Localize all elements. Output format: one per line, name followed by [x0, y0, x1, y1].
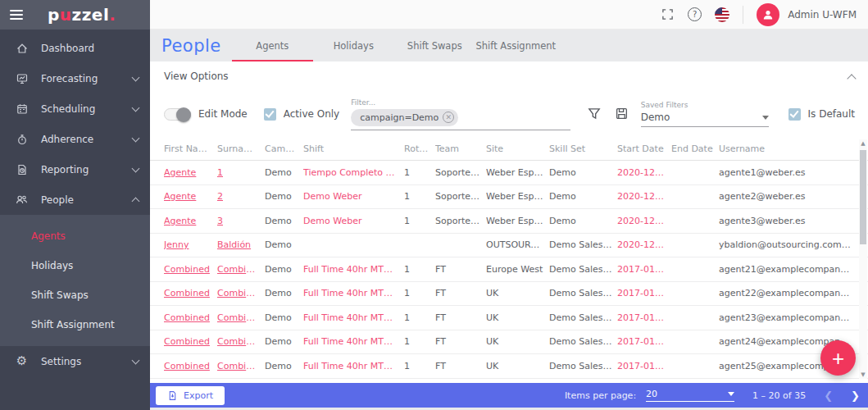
table-body: Agente1DemoTiempo Completo L-D 40hrs1Sop… — [150, 161, 868, 379]
people-submenu: Agents Holidays Shift Swaps Shift Assign… — [0, 215, 150, 346]
table-cell: Demo SalesService — [549, 312, 617, 323]
column-header[interactable]: Site — [486, 144, 549, 154]
column-header[interactable]: End Date — [671, 144, 719, 154]
sidebar-item-label: People — [41, 194, 133, 206]
sidebar-item-holidays[interactable]: Holidays — [0, 251, 150, 280]
sidebar-item-scheduling[interactable]: Scheduling — [0, 93, 150, 124]
sidebar-item-agents[interactable]: Agents — [0, 221, 150, 251]
fullscreen-icon[interactable] — [661, 7, 675, 21]
agent-link[interactable]: Agente — [164, 167, 217, 178]
tab-shift-swaps[interactable]: Shift Swaps — [394, 30, 475, 61]
table-row[interactable]: Agente2DemoDemo Weber1Soporte WeberWeber… — [150, 185, 868, 210]
sidebar-item-people[interactable]: People — [0, 184, 150, 215]
table-row[interactable]: CombinedCombined23DemoFull Time 40hr MTW… — [150, 306, 868, 330]
page-size-select[interactable]: 20 — [646, 389, 734, 402]
app-window: puzzel. Dashboard Forecasting Sched — [0, 0, 868, 410]
agent-link[interactable]: Baldión — [217, 239, 265, 250]
sidebar-item-settings[interactable]: ⚙ Settings — [0, 346, 150, 376]
chip-remove-icon[interactable]: ✕ — [443, 112, 454, 123]
filter-chip: campaign=Demo ✕ — [351, 109, 458, 126]
add-agent-button[interactable]: + — [820, 340, 856, 376]
agent-link[interactable]: Combined — [164, 336, 217, 347]
agent-link[interactable]: Combined23 — [217, 312, 265, 323]
previous-page-icon[interactable]: ❮ — [824, 390, 833, 402]
agent-link[interactable]: Combined24 — [217, 336, 265, 347]
column-header-sorted[interactable]: Surname↑ — [217, 144, 265, 154]
table-cell: Demo — [265, 264, 303, 275]
table-cell: Demo — [265, 288, 303, 298]
scrollbar-thumb[interactable] — [860, 150, 866, 244]
table-cell: Demo SalesService — [549, 361, 617, 371]
language-flag-icon[interactable] — [715, 7, 729, 22]
agent-link[interactable]: Combined — [164, 312, 217, 323]
agent-link[interactable]: Agente — [164, 216, 217, 226]
scroll-down-icon[interactable]: ▼ — [860, 371, 866, 379]
apply-filter-icon[interactable] — [587, 107, 602, 121]
filter-input[interactable]: campaign=Demo ✕ — [351, 109, 570, 130]
scroll-up-icon[interactable]: ▲ — [860, 139, 866, 148]
user-name: Admin U-WFM — [788, 9, 857, 20]
tab-agents[interactable]: Agents — [232, 30, 313, 61]
sidebar-item-forecasting[interactable]: Forecasting — [0, 63, 150, 93]
tab-shift-assignment[interactable]: Shift Assignment — [475, 30, 557, 61]
agent-link[interactable]: Combined22 — [217, 288, 265, 298]
tab-label: Holidays — [334, 40, 374, 52]
is-default-label: Is Default — [808, 108, 855, 120]
agent-link[interactable]: 3 — [217, 216, 265, 226]
active-only-checkbox[interactable] — [264, 108, 276, 121]
column-header[interactable]: First Name — [164, 144, 217, 154]
pagination-footer: Export Items per page: 20 1 – 20 of 35 ❮… — [150, 383, 868, 408]
table-cell: 2017-01-02 — [617, 312, 671, 323]
table-row[interactable]: Agente3DemoDemo Weber1Soporte WeberWeber… — [150, 209, 868, 234]
table-row[interactable]: CombinedCombined21DemoFull Time 40hr MTW… — [150, 257, 868, 282]
column-header[interactable]: Rotation — [404, 144, 435, 154]
export-button[interactable]: Export — [156, 386, 225, 405]
column-header[interactable]: Start Date — [617, 144, 671, 154]
agent-link[interactable]: Combined — [164, 264, 217, 275]
sidebar-item-reporting[interactable]: Reporting — [0, 154, 150, 184]
table-row[interactable]: CombinedCombined22DemoFull Time 40hr MTW… — [150, 282, 868, 307]
table-cell: Demo — [549, 191, 617, 202]
edit-mode-toggle[interactable] — [164, 108, 191, 121]
agent-link[interactable]: Agente — [164, 191, 217, 202]
sidebar-item-adherence[interactable]: Adherence — [0, 124, 150, 154]
sidebar-item-dashboard[interactable]: Dashboard — [0, 33, 150, 63]
save-filter-icon[interactable] — [615, 107, 629, 121]
agent-link[interactable]: Combined — [164, 361, 217, 371]
sidebar-subitem-label: Shift Assignment — [31, 319, 115, 330]
help-icon[interactable]: ? — [688, 7, 702, 21]
table-cell: Full Time 40hr MTWTFSS — [303, 264, 404, 275]
sidebar-item-shift-swaps[interactable]: Shift Swaps — [0, 280, 150, 310]
is-default-checkbox[interactable] — [788, 108, 801, 121]
agent-link[interactable]: Combined25 — [217, 361, 265, 371]
table-row[interactable]: JennyBaldiónDemoOUTSOURCINGDemo SalesSer… — [150, 234, 868, 258]
table-cell: 1 — [404, 361, 435, 371]
agent-link[interactable]: Jenny — [164, 239, 217, 250]
table-cell: 1 — [404, 264, 435, 275]
sidebar-item-shift-assignment[interactable]: Shift Assignment — [0, 310, 150, 339]
report-icon — [15, 162, 29, 176]
agent-link[interactable]: Combined — [164, 288, 217, 298]
table-cell: 1 — [404, 167, 435, 178]
column-header[interactable]: Shift — [303, 144, 404, 154]
filter-field[interactable]: Filter... campaign=Demo ✕ — [351, 98, 570, 130]
agent-link[interactable]: 1 — [217, 167, 265, 178]
tab-holidays[interactable]: Holidays — [313, 30, 394, 61]
collapse-icon[interactable] — [847, 74, 856, 83]
column-header[interactable]: Team — [435, 144, 486, 154]
saved-filters-select[interactable]: Saved Filters Demo — [641, 101, 769, 127]
next-page-icon[interactable]: ❯ — [851, 390, 860, 402]
vertical-scrollbar[interactable]: ▲ ▼ — [859, 139, 867, 379]
column-header[interactable]: Campaign — [265, 144, 303, 154]
user-avatar[interactable] — [757, 3, 779, 26]
filter-chip-label: campaign=Demo — [360, 112, 439, 123]
column-header[interactable]: Skill Set — [549, 144, 617, 154]
table-row[interactable]: CombinedCombined24DemoFull Time 40hr MTW… — [150, 330, 868, 355]
table-row[interactable]: CombinedCombined25DemoFull Time 40hr MTW… — [150, 354, 868, 379]
table-row[interactable]: Agente1DemoTiempo Completo L-D 40hrs1Sop… — [150, 161, 868, 185]
column-header[interactable]: Username — [719, 144, 857, 154]
table-cell: 2020-12-01 — [617, 167, 671, 178]
menu-icon[interactable] — [10, 10, 23, 20]
agent-link[interactable]: 2 — [217, 191, 265, 202]
agent-link[interactable]: Combined21 — [217, 264, 265, 275]
